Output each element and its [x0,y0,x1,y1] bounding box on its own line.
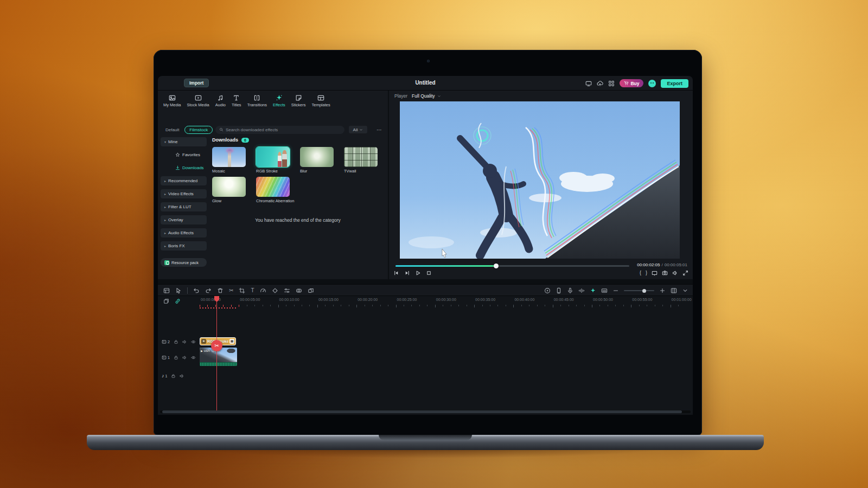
export-button[interactable]: Export [661,79,688,88]
display-icon[interactable] [585,80,592,87]
speaker-icon[interactable] [672,270,678,276]
tab-effects[interactable]: Effects [273,94,285,107]
effect-card-chromatic-aberration[interactable]: Chromatic Aberration [256,177,290,203]
prev-frame-icon[interactable] [393,270,399,276]
device-preview-icon[interactable] [556,287,562,294]
source-tab-default[interactable]: Default [161,126,183,134]
track-number: 1 [168,356,170,359]
sidebar-item-video-effects[interactable]: ▸Video Effects [161,189,207,198]
keyframe-icon[interactable] [272,287,278,294]
tab-stickers[interactable]: Stickers [291,94,306,107]
expand-icon[interactable] [682,270,688,276]
lock-icon[interactable] [174,355,178,360]
effect-card-mosaic[interactable]: Mosaic [212,147,246,174]
speed-icon[interactable] [260,287,266,294]
speaker-icon[interactable] [182,339,187,344]
zoom-slider-handle[interactable] [642,289,646,293]
undo-icon[interactable] [193,287,200,294]
text-icon[interactable]: T [251,287,254,294]
screen-record-icon[interactable] [544,287,551,294]
timeline-ruler[interactable]: 00:00:00:0000:00:05:0000:00:10:0000:00:1… [158,296,693,309]
redo-icon[interactable] [205,287,212,294]
captions-icon[interactable] [601,287,608,294]
adjust-icon[interactable] [284,287,290,294]
mark-out-icon[interactable]: } [646,270,647,276]
tab-my-media[interactable]: My Media [163,94,181,107]
microphone-icon[interactable] [567,287,573,294]
sidebar-item-overlay[interactable]: ▸Overlay [161,215,207,224]
crop-icon[interactable] [239,287,245,294]
tab-titles[interactable]: Titles [232,94,241,107]
plugin-icon[interactable] [590,287,596,294]
seek-handle[interactable] [494,264,499,268]
snapshot-icon[interactable] [662,270,668,276]
play-icon[interactable] [415,270,421,276]
source-tab-filmstock[interactable]: Filmstock [184,126,213,134]
quality-dropdown[interactable]: Full Quality [412,93,441,99]
media-browser-icon[interactable] [163,287,170,294]
resource-pack-label: Resource pack [171,260,199,265]
sidebar-item-recommended[interactable]: ▸Recommended [161,176,207,185]
layers-icon[interactable] [163,298,169,304]
zoom-out-icon[interactable] [612,287,619,294]
more-options-button[interactable]: ⋯ [376,127,382,133]
stop-icon[interactable] [426,270,432,276]
effect-name: Glow [212,198,246,203]
zoom-in-icon[interactable] [659,287,666,294]
next-frame-icon[interactable] [404,270,410,276]
ruler-tick [372,305,373,306]
effect-card-blur[interactable]: Blur [300,147,334,174]
sidebar-item-boris-fx[interactable]: ▸Boris FX [161,241,207,251]
effect-card-rgb-stroke[interactable]: RGB Stroke [256,147,290,174]
video-preview[interactable] [400,101,680,259]
cast-icon[interactable] [652,270,658,276]
tab-audio[interactable]: Audio [215,94,226,107]
tab-templates[interactable]: Templates [312,94,330,107]
buy-button[interactable]: Buy [620,79,643,87]
topbar-actions: Buy Export [585,76,688,91]
playhead[interactable] [216,296,217,412]
delete-icon[interactable] [217,287,224,294]
chevron-right-icon: ▸ [164,218,166,222]
split-icon[interactable]: ✂ [229,287,233,294]
sidebar-item-downloads[interactable]: Downloads [161,163,207,172]
seek-bar[interactable] [395,264,629,268]
group-icon[interactable] [308,287,314,294]
effect-card-glow[interactable]: Glow [212,177,246,203]
filter-row: DefaultFilmstock Search downloaded effec… [161,125,385,134]
audio-wave-icon[interactable] [578,287,585,294]
eye-icon[interactable] [191,355,196,360]
account-avatar[interactable] [648,80,656,87]
audio-track-header: ♪1 [162,372,184,380]
ruler-label: 00:00:10:00 [279,298,299,301]
sidebar-item-filter-lut[interactable]: ▸Filter & LUT [161,202,207,211]
track-manager-icon[interactable] [671,287,677,294]
timeline-scrollbar[interactable] [160,410,691,413]
effect-card-tvwall[interactable]: TVwall [344,147,378,174]
effect-thumbnail [256,177,290,197]
sidebar-item-mine[interactable]: ▾Mine [161,137,207,146]
speaker-icon[interactable] [180,374,184,378]
sidebar-item-audio-effects[interactable]: ▸Audio Effects [161,228,207,237]
select-tool-icon[interactable] [175,287,182,294]
tab-transitions[interactable]: Transitions [247,94,267,107]
split-at-playhead-button[interactable]: ✂ [211,340,222,351]
tab-stock-media[interactable]: Stock Media [187,94,209,107]
scrollbar-handle[interactable] [162,410,682,413]
lock-icon[interactable] [171,374,176,378]
resource-pack-button[interactable]: Resource pack [161,258,207,267]
timeline-zoom-slider[interactable] [624,287,654,294]
tab-label: Stock Media [187,102,209,107]
eye-icon[interactable] [191,339,196,344]
speaker-icon[interactable] [182,355,187,360]
mark-in-icon[interactable]: { [640,270,641,276]
chev-down-icon[interactable] [682,287,688,294]
lock-icon[interactable] [174,339,178,344]
search-input[interactable]: Search downloaded effects [215,126,344,134]
apps-grid-icon[interactable] [608,80,615,87]
mask-icon[interactable] [296,287,302,294]
filter-dropdown[interactable]: All [349,126,367,133]
cloud-upload-icon[interactable] [597,80,603,87]
sidebar-item-favorites[interactable]: Favorites [161,150,207,159]
link-icon[interactable] [175,298,181,304]
